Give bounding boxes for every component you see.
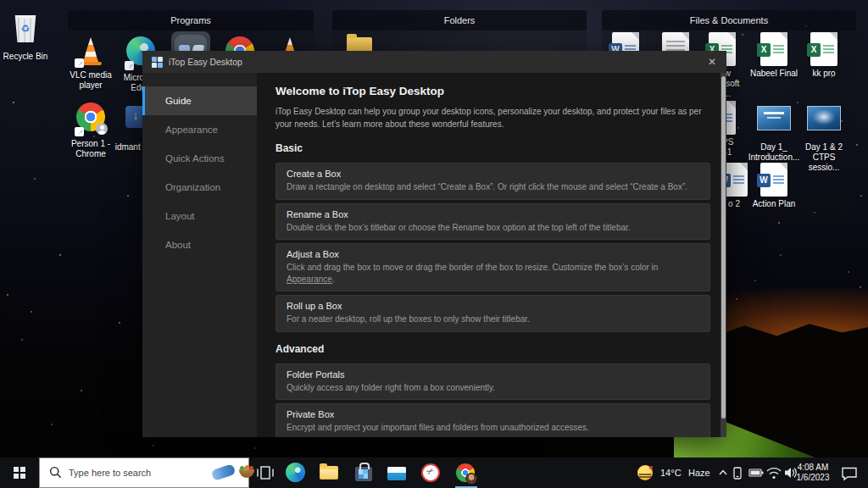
files-box-title[interactable]: Files & Documents [602,10,856,30]
desktop-icon-action-plan[interactable]: W Action Plan [748,163,800,209]
wallpaper-stars [0,0,2,2]
chrome-person-icon: → [74,103,108,136]
sidebar-item-guide[interactable]: Guide [142,86,257,115]
sidebar-item-quick-actions[interactable]: Quick Actions [142,144,257,173]
sidebar-item-appearance[interactable]: Appearance [142,115,257,144]
weather-haze-icon[interactable] [637,465,653,480]
tray-chevron-up-icon[interactable] [716,458,730,488]
taskbar-file-explorer-button[interactable] [320,463,340,483]
taskbar: Type here to search [0,458,868,488]
file-explorer-icon [320,466,338,480]
card-folder-portals[interactable]: Folder Portals Quickly access any folder… [275,363,710,401]
task-view-button[interactable] [255,463,275,483]
itop-easy-desktop-window: iTop Easy Desktop ✕ Guide Appearance Qui… [142,51,726,437]
search-placeholder: Type here to search [69,458,151,487]
windows-logo-icon [14,467,25,479]
welcome-title: Welcome to iTop Easy Desktop [275,85,710,97]
sidebar-item-layout[interactable]: Layout [142,202,257,230]
recycle-bin-icon: ♻ [8,15,42,49]
taskbar-mail-button[interactable] [387,463,408,483]
programs-box-title[interactable]: Programs [68,10,314,30]
chrome-icon [456,463,475,482]
appearance-link[interactable]: Appearance [287,274,332,284]
card-private-box[interactable]: Private Box Encrypt and protect your imp… [275,403,710,437]
taskbar-snip-button[interactable] [421,463,442,483]
profile-avatar [465,473,477,485]
sidebar-item-organization[interactable]: Organization [142,173,257,202]
window-titlebar[interactable]: iTop Easy Desktop ✕ [142,51,726,73]
recycle-bin[interactable]: ♻ Recycle Bin [0,14,52,62]
action-center-icon[interactable] [839,458,860,488]
guide-content: Welcome to iTop Easy Desktop iTop Easy D… [257,73,721,437]
card-rename-a-box[interactable]: Rename a Box Double click the box’s titl… [275,203,710,241]
advanced-heading: Advanced [275,343,710,355]
desktop-icon-slide-day12[interactable]: Day 1 & 2 CTPS sessio... [798,101,850,174]
excel-icon: X [807,32,841,66]
content-scrollbar[interactable] [721,73,726,437]
clock-date: 1/6/2023 [791,473,835,483]
tray-wifi-icon[interactable] [765,458,782,488]
scrollbar-thumb[interactable] [721,76,726,419]
search-icon [49,466,62,479]
sidebar-item-about[interactable]: About [142,230,257,259]
edge-icon [286,463,305,482]
microsoft-store-icon [355,467,372,481]
slide-thumbnail-icon [757,106,791,140]
vlc-icon: → [74,34,108,68]
desktop-screen: Programs Folders Files & Documents ♻ Rec… [0,0,868,488]
start-button[interactable] [0,458,39,488]
taskbar-chrome-button[interactable] [456,463,476,483]
taskbar-edge-button[interactable] [286,463,306,483]
folders-box-title[interactable]: Folders [332,10,587,30]
search-highlight-mat-icon[interactable] [211,463,236,481]
card-create-a-box[interactable]: Create a Box Draw a rectangle on desktop… [275,163,710,200]
close-icon[interactable]: ✕ [698,51,726,73]
itop-logo-icon [152,57,163,68]
desktop-icon-excel-kkpro[interactable]: X kk pro [798,32,850,79]
tray-battery-icon[interactable] [748,458,765,488]
weather-temperature[interactable]: 14°C [660,458,682,488]
card-roll-up-a-box[interactable]: Roll up a Box For a neater desktop, roll… [275,295,710,332]
tray-phone-icon[interactable] [731,458,744,488]
basic-heading: Basic [275,142,710,154]
welcome-body: iTop Easy Desktop can help you group you… [275,105,710,130]
mail-icon [387,467,406,480]
slide-calligraphy-icon [807,106,841,140]
snipping-tool-icon [421,463,440,482]
excel-icon: X [757,32,791,66]
window-title: iTop Easy Desktop [169,51,242,73]
search-input[interactable]: Type here to search [39,458,249,488]
weather-condition[interactable]: Haze [688,458,710,488]
word-icon: W [757,163,791,197]
tray-clock[interactable]: 4:08 AM 1/6/2023 [791,463,835,483]
taskbar-store-button[interactable] [353,463,374,483]
desktop-icon-slide-day1[interactable]: Day 1_ Introduction... [748,101,800,163]
card-adjust-a-box[interactable]: Adjust a Box Click and drag the box to m… [275,243,710,291]
clock-time: 4:08 AM [791,463,835,473]
window-sidebar: Guide Appearance Quick Actions Organizat… [142,73,257,437]
task-view-icon [255,463,275,483]
search-highlight-basket-icon[interactable] [239,469,254,478]
desktop-icon-excel-nabeel[interactable]: X Nabeel Final [748,32,800,79]
desktop-icon-vlc[interactable]: → VLC media player [64,34,117,91]
